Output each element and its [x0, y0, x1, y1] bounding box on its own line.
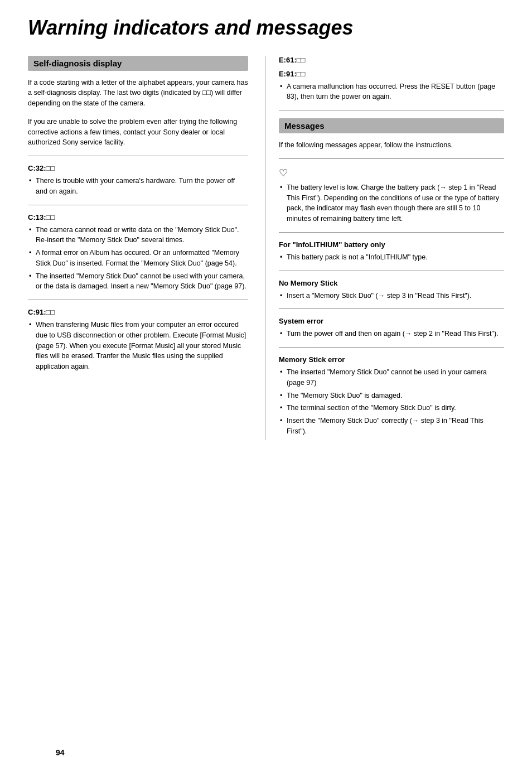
code-c32-label: C:32:□□	[28, 164, 248, 172]
left-column: Self-diagnosis display If a code startin…	[28, 56, 248, 440]
divider-messages	[279, 110, 504, 110]
list-item: The terminal section of the "Memory Stic…	[279, 403, 504, 413]
no-memory-stick-bullets: Insert a "Memory Stick Duo" (→ step 3 in…	[279, 291, 504, 301]
page-number: 94	[56, 748, 65, 757]
memory-stick-error-title: Memory Stick error	[279, 355, 504, 364]
list-item: A format error on Album has occured. Or …	[28, 248, 248, 269]
page-title: Warning indicators and messages	[28, 17, 504, 39]
divider-infolith	[279, 232, 504, 233]
list-item: A camera malfunction has occurred. Press…	[279, 81, 504, 103]
code-c13-label: C:13:□□	[28, 213, 248, 221]
battery-bullets: The battery level is low. Charge the bat…	[279, 182, 504, 224]
code-e61-label: E:61:□□	[279, 56, 504, 64]
system-error-bullets: Turn the power off and then on again (→ …	[279, 329, 504, 339]
divider-nomemory	[279, 271, 504, 271]
divider-memerror	[279, 347, 504, 348]
system-error-title: System error	[279, 317, 504, 325]
self-diagnosis-intro1: If a code starting with a letter of the …	[28, 78, 248, 109]
code-e91-label: E:91:□□	[279, 70, 504, 78]
list-item: This battery pack is not a "InfoLITHIUM"…	[279, 252, 504, 263]
divider-syserror	[279, 308, 504, 309]
divider-c91	[28, 300, 248, 300]
right-column: E:61:□□ E:91:□□ A camera malfunction has…	[265, 56, 504, 440]
list-item: The camera cannot read or write data on …	[28, 225, 248, 246]
no-memory-stick-title: No Memory Stick	[279, 279, 504, 287]
memory-stick-error-bullets: The inserted "Memory Stick Duo" cannot b…	[279, 367, 504, 437]
list-item: There is trouble with your camera's hard…	[28, 176, 248, 197]
list-item: The "Memory Stick Duo" is damaged.	[279, 390, 504, 401]
messages-intro: If the following messages appear, follow…	[279, 140, 504, 151]
code-c32-bullets: There is trouble with your camera's hard…	[28, 176, 248, 197]
divider-c13	[28, 205, 248, 205]
divider-c32	[28, 156, 248, 156]
list-item: The inserted "Memory Stick Duo" cannot b…	[279, 367, 504, 388]
messages-header: Messages	[279, 118, 504, 133]
battery-icon: ♡	[279, 167, 504, 179]
list-item: The inserted "Memory Stick Duo" cannot b…	[28, 271, 248, 292]
list-item: When transfering Music files from your c…	[28, 320, 248, 372]
infolith-bullets: This battery pack is not a "InfoLITHIUM"…	[279, 252, 504, 263]
divider-battery	[279, 158, 504, 159]
code-c91-bullets: When transfering Music files from your c…	[28, 320, 248, 372]
code-c91-label: C:91:□□	[28, 308, 248, 316]
self-diagnosis-intro2: If you are unable to solve the problem e…	[28, 117, 248, 148]
list-item: Insert the "Memory Stick Duo" correctly …	[279, 416, 504, 437]
code-c13-bullets: The camera cannot read or write data on …	[28, 225, 248, 292]
code-e91-bullets: A camera malfunction has occurred. Press…	[279, 81, 504, 103]
self-diagnosis-header: Self-diagnosis display	[28, 56, 248, 71]
infolith-title: For "InfoLITHIUM" battery only	[279, 240, 504, 249]
list-item: The battery level is low. Charge the bat…	[279, 182, 504, 224]
list-item: Insert a "Memory Stick Duo" (→ step 3 in…	[279, 291, 504, 301]
list-item: Turn the power off and then on again (→ …	[279, 329, 504, 339]
